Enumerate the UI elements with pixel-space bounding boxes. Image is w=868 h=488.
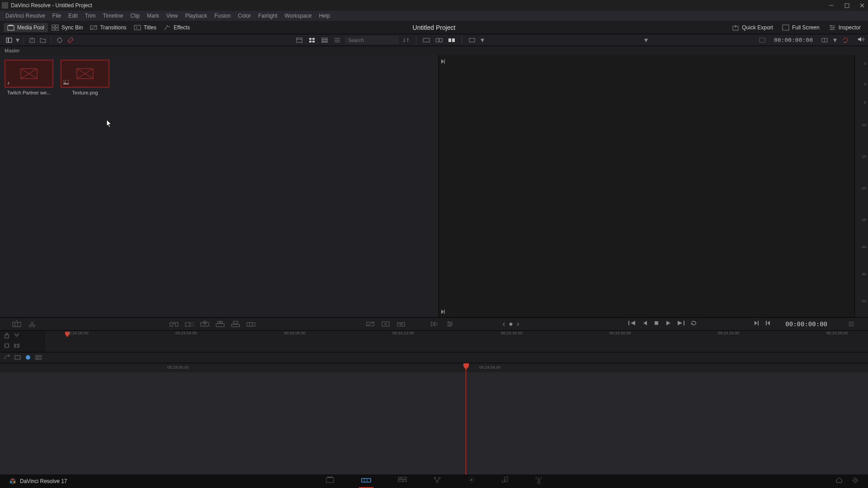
source-tape-button[interactable]	[422, 36, 431, 44]
safe-area-button[interactable]	[758, 36, 767, 44]
timeline-panel[interactable]: 00.24.00.00 00.24.04.00	[0, 363, 868, 481]
minimize-button[interactable]	[827, 1, 835, 9]
prev-edit-button[interactable]: ‹	[503, 320, 505, 328]
media-pool-toggle[interactable]: Media Pool	[4, 23, 48, 32]
full-screen-button[interactable]: Full Screen	[778, 23, 823, 32]
breadcrumb[interactable]: Master	[0, 46, 868, 55]
timeline-ruler[interactable]: 00.24.00.00 00.24.04.00	[0, 363, 868, 372]
home-button[interactable]	[835, 477, 843, 486]
transitions-toggle[interactable]: Transitions	[86, 23, 130, 32]
close-up-button[interactable]	[214, 319, 226, 329]
effects-toggle[interactable]: Effects	[160, 23, 193, 32]
place-on-top-button[interactable]	[230, 319, 241, 329]
media-page-tab[interactable]	[324, 474, 336, 488]
menu-timeline[interactable]: Timeline	[100, 12, 126, 20]
menu-help[interactable]: Help	[316, 12, 333, 20]
source-overwrite-button[interactable]	[245, 319, 257, 329]
source-clip-button[interactable]	[434, 36, 443, 44]
menu-edit[interactable]: Edit	[66, 12, 80, 20]
edit-page-tab[interactable]	[396, 474, 409, 488]
timeline-options-button[interactable]	[845, 319, 857, 329]
timeline-lock-button[interactable]	[4, 332, 10, 340]
color-page-tab[interactable]	[466, 474, 477, 488]
ripple-overwrite-button[interactable]	[199, 319, 211, 329]
menu-davinci-resolve[interactable]: DaVinci Resolve	[3, 12, 48, 20]
clip-thumbnail[interactable]: ♪	[5, 60, 53, 88]
menu-color[interactable]: Color	[235, 12, 254, 20]
fusion-page-tab[interactable]	[431, 474, 443, 488]
close-button[interactable]	[858, 1, 866, 9]
menu-view[interactable]: View	[164, 12, 181, 20]
media-pool-panel[interactable]: ♪ Twitch Partner we... Texture.png	[0, 55, 439, 317]
timeline-ruler-top[interactable]: 00.24.00.00 00.24.04.00 00.24.08.00 00.2…	[0, 331, 868, 352]
go-to-next-icon[interactable]	[441, 308, 445, 314]
transition-button[interactable]	[364, 319, 376, 329]
chevron-down-icon[interactable]: ▾	[644, 36, 648, 44]
chevron-down-icon[interactable]: ▾	[480, 36, 485, 44]
deliver-page-tab[interactable]	[533, 474, 544, 488]
sync-audio-button[interactable]	[395, 319, 407, 329]
go-to-next-icon[interactable]	[441, 58, 445, 64]
timecode-mode-button[interactable]	[820, 36, 829, 44]
boring-detector-button[interactable]	[11, 319, 23, 329]
go-to-end-button[interactable]	[676, 319, 686, 329]
import-media-button[interactable]	[28, 36, 37, 44]
settings-icon[interactable]	[444, 319, 456, 329]
bin-list-button[interactable]	[5, 36, 14, 44]
menu-mark[interactable]: Mark	[144, 12, 162, 20]
quick-export-button[interactable]: Quick Export	[728, 23, 777, 32]
sort-button[interactable]	[401, 36, 410, 44]
thumbnail-view-button[interactable]	[307, 36, 316, 44]
audio-track-button[interactable]	[25, 354, 31, 362]
chevron-down-icon[interactable]: ▾	[833, 36, 837, 44]
mark-in-button[interactable]	[753, 319, 760, 329]
dual-viewer-button[interactable]	[447, 36, 456, 44]
mark-out-button[interactable]	[764, 319, 772, 329]
menu-workspace[interactable]: Workspace	[282, 12, 315, 20]
fairlight-page-tab[interactable]	[500, 474, 511, 488]
maximize-button[interactable]	[843, 1, 851, 9]
strip-view-button[interactable]	[320, 36, 329, 44]
menu-fairlight[interactable]: Fairlight	[255, 12, 280, 20]
playhead-line[interactable]	[466, 363, 466, 481]
link-button[interactable]	[66, 36, 75, 44]
video-track-button[interactable]	[14, 354, 21, 362]
playhead-indicator[interactable]	[463, 363, 469, 370]
menu-fusion[interactable]: Fusion	[212, 12, 233, 20]
list-view-button[interactable]	[333, 36, 342, 44]
stop-button[interactable]	[652, 319, 660, 329]
media-clip[interactable]: Texture.png	[61, 60, 109, 313]
speaker-icon[interactable]	[857, 36, 864, 44]
menu-file[interactable]: File	[50, 12, 64, 20]
viewer-panel[interactable]	[439, 55, 854, 317]
play-button[interactable]	[664, 319, 672, 329]
menu-playback[interactable]: Playback	[182, 12, 210, 20]
menu-clip[interactable]: Clip	[127, 12, 142, 20]
smart-insert-button[interactable]	[168, 319, 180, 329]
go-to-start-button[interactable]	[627, 319, 637, 329]
auto-track-button[interactable]	[4, 354, 10, 362]
viewer-mode-button[interactable]	[467, 36, 476, 44]
loop-button[interactable]	[841, 36, 850, 44]
ruler-track-top[interactable]: 00.24.00.00 00.24.04.00 00.24.08.00 00.2…	[45, 331, 868, 352]
import-folder-button[interactable]	[38, 36, 47, 44]
timeline-tracks[interactable]	[0, 372, 868, 481]
append-button[interactable]	[184, 319, 195, 329]
media-clip[interactable]: ♪ Twitch Partner we...	[5, 60, 53, 313]
split-button[interactable]	[26, 319, 38, 329]
sync-bin-toggle[interactable]: Sync Bin	[48, 23, 86, 32]
chevron-down-icon[interactable]: ▾	[15, 36, 20, 44]
loop-playback-button[interactable]	[689, 319, 698, 329]
next-edit-button[interactable]: ›	[517, 320, 519, 328]
timeline-expand-button[interactable]	[14, 332, 20, 340]
locked-trim-button[interactable]	[14, 343, 20, 351]
step-back-button[interactable]	[641, 319, 649, 329]
sync-button[interactable]	[55, 36, 64, 44]
cut-page-tab[interactable]	[359, 474, 373, 488]
inspector-toggle[interactable]: Inspector	[825, 23, 864, 32]
tools-button[interactable]	[380, 319, 392, 329]
fast-review-button[interactable]	[429, 319, 440, 329]
free-trim-button[interactable]	[4, 343, 10, 351]
project-settings-button[interactable]	[852, 477, 859, 486]
search-input[interactable]	[344, 36, 399, 44]
